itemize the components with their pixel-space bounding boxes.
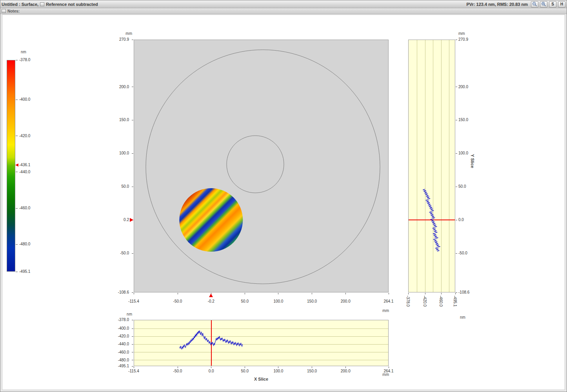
map-y-unit-label: mm	[114, 31, 132, 36]
x-slice-trace	[134, 320, 389, 366]
y-slice-x-tick-label: -495.1	[453, 296, 457, 307]
yslice-title: Y Slice	[470, 154, 475, 168]
part-outer-edge-circle	[146, 50, 380, 284]
map-y-tick-label: -108.6	[107, 290, 129, 294]
x-slice-x-tick-mark	[278, 367, 278, 368]
x-slice-y-tick-mark	[132, 320, 133, 320]
x-slice-x-tick-label: 200.0	[336, 369, 355, 373]
map-x-unit-label: mm	[375, 309, 389, 313]
map-y-tick-mark	[132, 187, 133, 187]
x-slice-x-tick-mark	[134, 367, 134, 368]
colorbar-tick-label: -460.0	[19, 206, 30, 210]
y-slice-y-tick-mark	[456, 187, 457, 187]
x-slice-y-tick-mark	[132, 336, 133, 337]
colorbar-tick-label: -400.0	[19, 97, 30, 102]
colorbar-tick-label: -378.0	[19, 58, 30, 62]
y-slice-trace	[408, 40, 455, 292]
map-y-tick-mark	[132, 87, 133, 87]
y-slice-y-tick-mark	[456, 153, 457, 154]
map-x-tick-label: 150.0	[302, 299, 322, 303]
colorbar-tick-mark	[16, 100, 18, 100]
y-slice-x-tick-label: -420.0	[423, 296, 427, 307]
colorbar-tick-label: -436.1	[19, 163, 30, 167]
map-y-tick-mark	[132, 153, 133, 154]
y-slice-y-tick-label: -50.0	[458, 251, 467, 255]
map-x-tick-mark	[312, 293, 312, 294]
x-slice-y-tick-mark	[132, 366, 133, 367]
x-slice-y-tick-mark	[132, 360, 133, 360]
x-slice-x-tick-label: 264.1	[379, 369, 398, 373]
map-x-tick-mark	[389, 293, 389, 294]
map-x-tick-label: 264.1	[379, 299, 398, 303]
map-y-tick-mark	[132, 292, 133, 293]
x-slice-x-tick-label: 0.0	[202, 369, 221, 373]
x-slice-x-tick-mark	[312, 367, 312, 368]
colorbar-tick-label: -420.0	[19, 134, 30, 138]
x-slice-y-tick-label: -420.0	[107, 334, 129, 338]
map-y-tick-mark	[132, 40, 133, 40]
x-slice-y-tick-label: -378.0	[107, 318, 129, 322]
colorbar-tick-mark	[16, 244, 18, 245]
y-slice-y-tick-mark	[456, 292, 457, 293]
map-x-tick-label: 200.0	[336, 299, 355, 303]
x-slice-y-tick-label: -495.1	[107, 364, 129, 368]
app-window: Untitled : Surface, Reference not subtra…	[0, 0, 567, 392]
map-x-tick-label: 50.0	[235, 299, 254, 303]
colorbar-tick-mark	[16, 272, 18, 272]
y-slice-y-tick-mark	[456, 120, 457, 120]
y-slice-y-tick-mark	[456, 40, 457, 40]
part-inner-hole-circle	[227, 136, 284, 193]
map-y-slice-marker[interactable]	[130, 218, 133, 222]
y-slice-y-tick-label: 150.0	[458, 118, 468, 122]
map-x-tick-label: -50.0	[168, 299, 187, 303]
yslice-x-unit-label: nm	[460, 315, 465, 319]
x-slice-x-tick-label: -115.4	[124, 369, 144, 373]
x-slice-x-tick-mark	[211, 367, 211, 368]
y-slice-trace-line	[423, 189, 440, 251]
x-slice-y-tick-mark	[132, 352, 133, 352]
colorbar-unit-label: nm	[21, 50, 26, 54]
colorbar-tick-label: -495.1	[19, 269, 30, 274]
map-y-tick-label: 270.9	[107, 37, 129, 42]
plot-layer: nm mm mm mm nm Y Slice nm mm X Slice -37…	[0, 0, 567, 392]
colorbar-marker[interactable]	[15, 163, 18, 167]
x-slice-x-tick-label: 100.0	[269, 369, 288, 373]
x-slice-x-tick-mark	[245, 367, 245, 368]
x-slice-y-tick-mark	[132, 344, 133, 345]
y-slice-x-tick-mark	[441, 293, 442, 294]
y-slice-y-tick-mark	[456, 220, 457, 220]
map-y-tick-mark	[132, 253, 133, 254]
y-slice-x-tick-mark	[408, 293, 409, 294]
x-slice-y-tick-label: -440.0	[107, 342, 129, 346]
map-x-tick-mark	[245, 293, 245, 294]
y-slice-y-tick-label: -108.6	[458, 290, 469, 294]
map-x-slice-marker[interactable]	[209, 294, 213, 297]
x-slice-trace-line	[180, 330, 242, 349]
y-slice-y-tick-label: 50.0	[458, 184, 466, 189]
x-slice-x-tick-mark	[345, 367, 346, 368]
map-y-tick-label: 100.0	[107, 151, 129, 155]
x-slice-y-tick-mark	[132, 328, 133, 329]
yslice-y-unit-label: mm	[458, 31, 465, 36]
map-y-tick-label: 50.0	[107, 184, 129, 189]
xslice-title: X Slice	[134, 377, 389, 381]
y-slice-y-tick-label: 100.0	[458, 151, 468, 155]
map-y-tick-label: 0.2	[107, 218, 129, 222]
map-x-tick-label: -115.4	[124, 299, 144, 303]
colorbar-tick-mark	[16, 208, 18, 209]
colorbar-gradient[interactable]	[7, 60, 15, 272]
x-slice-x-tick-label: 50.0	[235, 369, 254, 373]
map-x-tick-mark	[178, 293, 178, 294]
map-x-tick-mark	[345, 293, 346, 294]
colorbar-tick-label: -480.0	[19, 242, 30, 246]
map-x-tick-mark	[134, 293, 134, 294]
map-x-tick-mark	[278, 293, 278, 294]
x-slice-y-tick-label: -460.0	[107, 350, 129, 354]
xslice-y-unit-label: nm	[110, 312, 132, 316]
x-slice-x-tick-mark	[389, 367, 389, 368]
surface-map-canvas	[134, 40, 389, 292]
map-y-tick-label: 150.0	[107, 118, 129, 122]
x-slice-y-tick-label: -480.0	[107, 358, 129, 362]
y-slice-y-tick-mark	[456, 87, 457, 87]
y-slice-x-tick-label: -460.0	[439, 296, 443, 307]
